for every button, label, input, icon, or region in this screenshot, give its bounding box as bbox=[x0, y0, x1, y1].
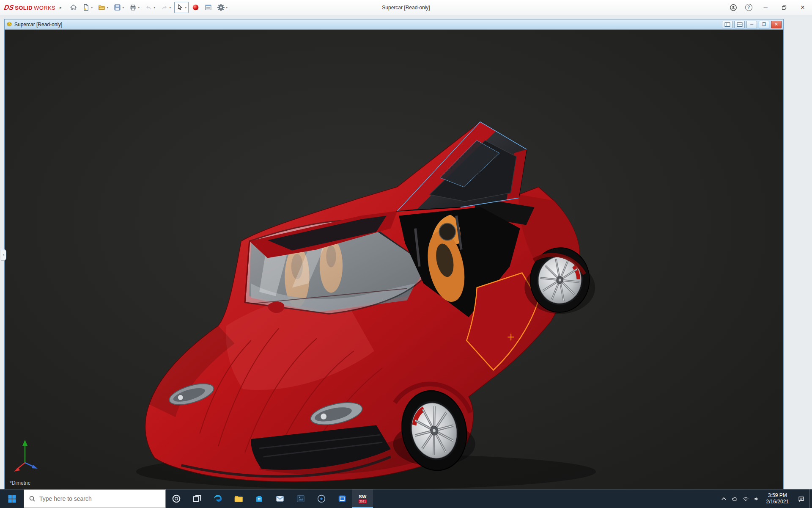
dropdown-caret-icon[interactable]: ▾ bbox=[169, 6, 171, 9]
cloud-icon bbox=[732, 496, 738, 502]
3dexperience-button[interactable] bbox=[190, 2, 201, 13]
select-tool-button[interactable]: ▾ bbox=[174, 2, 189, 13]
speaker-icon bbox=[754, 496, 760, 502]
network-tray-button[interactable] bbox=[741, 489, 752, 508]
doc-restore-button[interactable]: ❐ bbox=[759, 21, 769, 28]
task-pane-button[interactable] bbox=[203, 2, 214, 13]
file-explorer-icon bbox=[234, 494, 243, 503]
app-titlebar: DS SOLID WORKS ▸ ▾ ▾ ▾ ▾ bbox=[0, 0, 812, 15]
undo-button[interactable]: ▾ bbox=[143, 2, 157, 13]
task-view-button[interactable] bbox=[187, 489, 207, 508]
collapse-arrow-icon: ◂ bbox=[3, 253, 4, 257]
doc-close-button[interactable]: ✕ bbox=[771, 21, 782, 28]
mail-icon bbox=[275, 494, 285, 503]
solidworks-app-icon: SW 2021 bbox=[359, 494, 367, 503]
doc-minimize-button[interactable]: ─ bbox=[746, 21, 757, 28]
orientation-triad bbox=[12, 436, 44, 475]
onedrive-tray-button[interactable] bbox=[730, 489, 741, 508]
restore-icon bbox=[781, 5, 787, 11]
minimize-icon: ─ bbox=[763, 4, 767, 11]
search-icon bbox=[29, 495, 36, 502]
dropdown-caret-icon[interactable]: ▾ bbox=[107, 6, 108, 9]
new-document-icon bbox=[82, 4, 90, 11]
windows-logo-icon bbox=[8, 495, 16, 503]
chevron-up-icon bbox=[721, 496, 727, 502]
taskbar-clock[interactable]: 3:59 PM 2/16/2021 bbox=[763, 492, 793, 505]
action-center-button[interactable] bbox=[793, 489, 809, 508]
start-button[interactable] bbox=[0, 489, 24, 508]
help-icon: ? bbox=[745, 4, 752, 11]
taskbar: SW 2021 3:59 PM 2/16/2021 bbox=[0, 489, 812, 508]
document-window: Supercar [Read-only] ─ ❐ ✕ bbox=[4, 19, 784, 489]
options-button[interactable]: ▾ bbox=[215, 2, 230, 13]
edge-icon bbox=[213, 494, 222, 503]
split-view-button[interactable] bbox=[722, 21, 732, 28]
window-title: Supercar [Read-only] bbox=[382, 0, 430, 15]
action-center-icon bbox=[798, 495, 805, 502]
dropdown-caret-icon[interactable]: ▾ bbox=[226, 6, 228, 9]
photos-app-button[interactable] bbox=[290, 489, 311, 508]
solidworks-logo[interactable]: DS SOLID WORKS bbox=[0, 4, 59, 11]
document-titlebar[interactable]: Supercar [Read-only] ─ ❐ ✕ bbox=[5, 19, 783, 30]
3dexperience-sphere-icon bbox=[192, 4, 199, 11]
gear-icon bbox=[217, 4, 225, 11]
document-window-controls: ─ ❐ ✕ bbox=[722, 21, 782, 28]
edge-button[interactable] bbox=[207, 489, 228, 508]
pane-view-button[interactable] bbox=[734, 21, 745, 28]
new-document-button[interactable]: ▾ bbox=[80, 2, 95, 13]
account-icon bbox=[730, 4, 737, 11]
clock-time: 3:59 PM bbox=[766, 492, 789, 499]
dropdown-caret-icon[interactable]: ▾ bbox=[185, 6, 187, 9]
hidden-icons-button[interactable] bbox=[719, 489, 730, 508]
help-button[interactable]: ? bbox=[741, 0, 756, 15]
file-explorer-button[interactable] bbox=[228, 489, 249, 508]
clock-date: 2/16/2021 bbox=[766, 499, 789, 505]
minimize-button[interactable]: ─ bbox=[756, 0, 775, 15]
dropdown-caret-icon[interactable]: ▾ bbox=[138, 6, 140, 9]
movies-app-button[interactable] bbox=[332, 489, 352, 508]
show-desktop-button[interactable] bbox=[809, 489, 812, 508]
account-button[interactable] bbox=[726, 0, 741, 15]
redo-button[interactable]: ▾ bbox=[159, 2, 173, 13]
dropdown-caret-icon[interactable]: ▾ bbox=[122, 6, 124, 9]
dropdown-caret-icon[interactable]: ▾ bbox=[91, 6, 93, 9]
open-button[interactable]: ▾ bbox=[96, 2, 110, 13]
store-icon bbox=[255, 494, 264, 503]
media-app-icon bbox=[317, 494, 326, 503]
menu-expand-arrow-icon[interactable]: ▸ bbox=[60, 5, 62, 10]
supercar-model[interactable] bbox=[5, 30, 783, 489]
close-icon: ✕ bbox=[801, 4, 805, 11]
mail-button[interactable] bbox=[269, 489, 290, 508]
split-view-icon bbox=[724, 22, 730, 27]
taskbar-search[interactable] bbox=[24, 489, 166, 508]
close-button[interactable]: ✕ bbox=[793, 0, 812, 15]
movies-app-icon bbox=[337, 494, 347, 503]
print-icon bbox=[129, 4, 137, 11]
doc-minimize-icon: ─ bbox=[750, 22, 753, 27]
ds-logo-icon: DS bbox=[3, 4, 14, 11]
cortana-button[interactable] bbox=[166, 489, 187, 508]
wifi-icon bbox=[743, 496, 749, 502]
save-button[interactable]: ▾ bbox=[112, 2, 126, 13]
store-button[interactable] bbox=[249, 489, 269, 508]
home-button[interactable] bbox=[68, 2, 79, 13]
volume-tray-button[interactable] bbox=[752, 489, 763, 508]
doc-close-icon: ✕ bbox=[774, 22, 778, 27]
select-cursor-icon bbox=[176, 4, 184, 11]
doc-restore-icon: ❐ bbox=[762, 22, 766, 27]
pane-view-icon bbox=[737, 22, 743, 27]
dropdown-caret-icon[interactable]: ▾ bbox=[154, 6, 155, 9]
maximize-button[interactable] bbox=[775, 0, 793, 15]
window-controls: ? ─ ✕ bbox=[726, 0, 812, 15]
search-input[interactable] bbox=[39, 495, 161, 502]
media-app-button[interactable] bbox=[311, 489, 332, 508]
brand-works: WORKS bbox=[34, 5, 55, 11]
redo-icon bbox=[161, 4, 168, 11]
open-folder-icon bbox=[98, 4, 105, 11]
graphics-viewport[interactable]: *Dimetric bbox=[5, 30, 783, 489]
view-orientation-label: *Dimetric bbox=[10, 480, 30, 486]
solidworks-app-button[interactable]: SW 2021 bbox=[352, 489, 373, 508]
feature-tree-collapse-handle[interactable]: ◂ bbox=[1, 249, 6, 261]
undo-icon bbox=[145, 4, 152, 11]
print-button[interactable]: ▾ bbox=[127, 2, 142, 13]
